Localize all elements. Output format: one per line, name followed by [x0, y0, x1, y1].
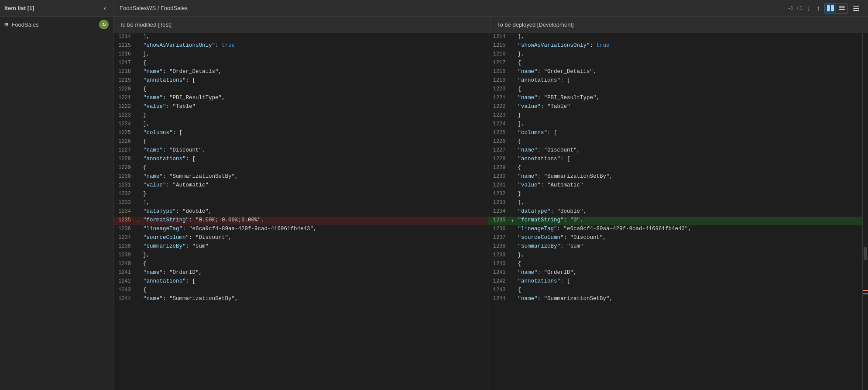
- line-content: ],: [141, 199, 488, 208]
- line-gutter: [509, 112, 516, 121]
- code-line: 1219 "annotations": [: [113, 77, 488, 86]
- line-number: 1220: [488, 86, 509, 94]
- left-column-header: To be modified [Test]: [113, 17, 491, 33]
- more-options-icon: [852, 4, 860, 12]
- code-line: 1216 },: [488, 51, 863, 59]
- line-content: "sourceColumn": "Discount",: [141, 234, 488, 243]
- line-gutter: [134, 103, 141, 112]
- line-content: },: [516, 252, 863, 260]
- line-content: ],: [516, 199, 863, 208]
- line-number: 1220: [113, 86, 134, 94]
- code-line: 1223 }: [113, 112, 488, 121]
- line-number: 1229: [488, 164, 509, 173]
- code-line: 1217 {: [488, 59, 863, 68]
- line-content: "name": "OrderID",: [141, 269, 488, 278]
- sidebar-item-foodsales[interactable]: ⊞ FoodSales ↻: [0, 17, 113, 32]
- scrollbar-thumb[interactable]: [864, 247, 867, 260]
- code-line: 1222 "value": "Table": [488, 103, 863, 112]
- line-content: "name": "Order_Details",: [141, 68, 488, 77]
- code-line: 1240 {: [488, 260, 863, 269]
- line-content: "name": "Discount",: [141, 147, 488, 155]
- line-gutter: [509, 190, 516, 199]
- line-number: 1221: [488, 94, 509, 103]
- line-content: "lineageTag": "e6ca9cf4-89aa-429f-9cad-4…: [141, 225, 488, 234]
- line-gutter: [134, 147, 141, 155]
- line-gutter: [509, 199, 516, 208]
- line-gutter: [134, 164, 141, 173]
- code-line: 1237 "sourceColumn": "Discount",: [113, 234, 488, 243]
- split-view-button[interactable]: [825, 3, 836, 13]
- line-gutter: [134, 260, 141, 269]
- left-diff-panel[interactable]: 1214 ],1215 "showAsVariationsOnly": true…: [113, 33, 488, 390]
- line-gutter: [134, 234, 141, 243]
- line-content: ],: [516, 121, 863, 129]
- line-content: "name": "PBI_ResultType",: [516, 94, 863, 103]
- navigate-up-button[interactable]: ↑: [815, 3, 822, 13]
- svg-rect-5: [853, 6, 859, 7]
- code-line: 1241 "name": "OrderID",: [113, 269, 488, 278]
- line-gutter: [134, 208, 141, 217]
- code-line: 1215 "showAsVariationsOnly": true: [113, 42, 488, 51]
- code-line: 1222 "value": "Table": [113, 103, 488, 112]
- column-headers: To be modified [Test] To be deployed [De…: [113, 17, 868, 33]
- code-line: 1224 ],: [113, 121, 488, 129]
- line-content: "showAsVariationsOnly": true: [516, 42, 863, 51]
- line-number: 1216: [488, 51, 509, 59]
- code-line: 1239 },: [113, 252, 488, 260]
- line-content: {: [141, 260, 488, 269]
- line-content: }: [516, 190, 863, 199]
- code-line: 1214 ],: [488, 33, 863, 42]
- line-content: {: [141, 138, 488, 147]
- sidebar-title: Item list [1]: [4, 5, 34, 11]
- line-number: 1217: [113, 59, 134, 68]
- line-gutter: [509, 286, 516, 295]
- line-number: 1243: [488, 286, 509, 295]
- code-line: 1241 "name": "OrderID",: [488, 269, 863, 278]
- line-gutter: [509, 103, 516, 112]
- line-number: 1219: [113, 77, 134, 86]
- code-line: 1215 "showAsVariationsOnly": true: [488, 42, 863, 51]
- line-gutter: [509, 121, 516, 129]
- collapse-sidebar-button[interactable]: ‹: [101, 3, 109, 13]
- sidebar-item-badge: ↻: [99, 20, 109, 29]
- line-number: 1228: [113, 155, 134, 164]
- line-content: {: [141, 286, 488, 295]
- line-content: ],: [141, 121, 488, 129]
- line-content: {: [516, 260, 863, 269]
- line-number: 1232: [113, 190, 134, 199]
- line-content: "annotations": [: [141, 155, 488, 164]
- line-number: 1239: [488, 252, 509, 260]
- line-content: "showAsVariationsOnly": true: [141, 42, 488, 51]
- line-gutter: [509, 295, 516, 304]
- code-line: 1230 "name": "SummarizationSetBy",: [113, 173, 488, 182]
- navigate-down-button[interactable]: ↓: [805, 3, 812, 13]
- line-number: 1235: [488, 217, 509, 225]
- sidebar-item-label: FoodSales: [11, 21, 38, 28]
- svg-rect-2: [839, 6, 845, 7]
- line-content: "formatString": "0.00%;-0.00%;0.00%",: [141, 217, 488, 225]
- breadcrumb-area: FoodSalesWS / FoodSales -1 +1 ↓ ↑: [113, 0, 868, 16]
- line-number: 1237: [113, 234, 134, 243]
- line-number: 1234: [488, 208, 509, 217]
- line-gutter: [509, 234, 516, 243]
- code-line: 1242 "annotations": [: [488, 278, 863, 286]
- line-content: {: [141, 59, 488, 68]
- more-options-button[interactable]: [851, 3, 862, 13]
- line-number: 1219: [488, 77, 509, 86]
- code-line: 1227 "name": "Discount",: [488, 147, 863, 155]
- code-line: 1225 "columns": [: [113, 129, 488, 138]
- line-number: 1239: [113, 252, 134, 260]
- line-number: 1231: [113, 182, 134, 190]
- right-diff-panel[interactable]: 1214 ],1215 "showAsVariationsOnly": true…: [488, 33, 863, 390]
- left-lines-container: 1214 ],1215 "showAsVariationsOnly": true…: [113, 33, 488, 304]
- line-gutter: [134, 59, 141, 68]
- line-content: "name": "SummarizationSetBy",: [141, 173, 488, 182]
- line-gutter: [509, 51, 516, 59]
- inline-view-button[interactable]: [836, 3, 847, 13]
- line-gutter: +: [509, 217, 516, 225]
- right-column-header: To be deployed [Development]: [491, 17, 868, 33]
- line-number: 1226: [488, 138, 509, 147]
- code-line: 1219 "annotations": [: [488, 77, 863, 86]
- line-gutter: [134, 86, 141, 94]
- line-gutter: [509, 225, 516, 234]
